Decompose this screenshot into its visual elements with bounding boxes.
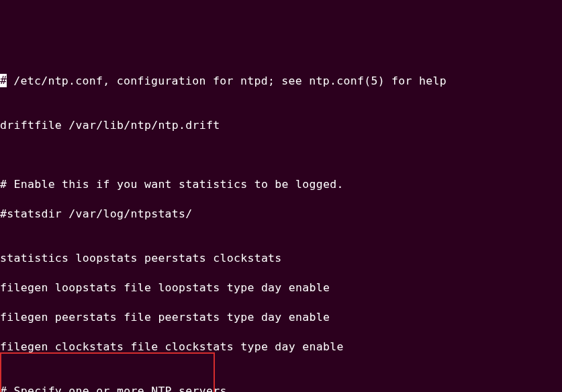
config-line: filegen peerstats file peerstats type da…	[0, 310, 562, 325]
config-line: # /etc/ntp.conf, configuration for ntpd;…	[0, 74, 562, 89]
line-text: /etc/ntp.conf, configuration for ntpd; s…	[7, 75, 447, 87]
config-line: # Specify one or more NTP servers.	[0, 384, 562, 392]
config-line: statistics loopstats peerstats clockstat…	[0, 251, 562, 266]
config-line: filegen clockstats file clockstats type …	[0, 340, 562, 354]
config-line: #statsdir /var/log/ntpstats/	[0, 207, 562, 222]
cursor: #	[0, 74, 7, 87]
editor-content[interactable]: # /etc/ntp.conf, configuration for ntpd;…	[0, 59, 562, 392]
config-line: driftfile /var/lib/ntp/ntp.drift	[0, 118, 562, 133]
config-line: filegen loopstats file loopstats type da…	[0, 281, 562, 295]
config-line: # Enable this if you want statistics to …	[0, 177, 562, 192]
